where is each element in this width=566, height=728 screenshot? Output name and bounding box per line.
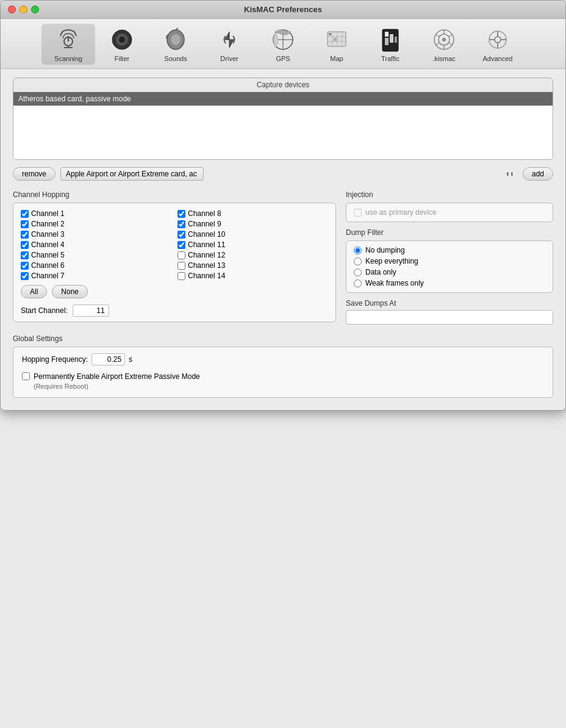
radio-data-only[interactable]: Data only [354,268,545,276]
channel-8-item[interactable]: Channel 8 [177,209,328,218]
tab-scanning[interactable]: Scanning [41,24,95,65]
channel-hopping-box: Channel 1 Channel 8 Channel 2 [13,203,336,322]
channel-1-label: Channel 1 [31,209,65,218]
channel-14-item[interactable]: Channel 14 [177,272,328,280]
radio-no-dumping-input[interactable] [354,247,362,254]
channel-8-label: Channel 8 [188,209,221,218]
gps-icon [270,26,296,53]
map-icon [323,26,350,53]
capture-devices-header: Capture devices [13,78,553,92]
passive-mode-sub: (Requires Reboot) [34,382,200,391]
channel-14-label: Channel 14 [188,272,225,280]
radio-keep-everything-input[interactable] [354,258,362,265]
svg-rect-25 [385,38,389,45]
svg-point-8 [171,34,181,45]
svg-line-9 [176,28,178,30]
channel-9-item[interactable]: Channel 9 [177,220,328,228]
channel-14-checkbox[interactable] [177,272,185,280]
channel-4-checkbox[interactable] [21,241,29,249]
channel-13-checkbox[interactable] [177,262,185,270]
capture-device-row[interactable]: Atheros based card, passive mode [13,92,553,106]
tab-advanced[interactable]: Advanced [471,24,525,65]
svg-line-31 [449,43,453,45]
advanced-icon [484,26,511,53]
channel-12-checkbox[interactable] [177,251,185,259]
tab-gps[interactable]: GPS [256,24,310,65]
svg-rect-20 [334,38,337,41]
channel-10-checkbox[interactable] [177,231,185,239]
radio-weak-frames-input[interactable] [354,279,362,287]
dump-filter-label: Dump Filter [346,228,553,237]
radio-keep-everything[interactable]: Keep everything [354,257,545,265]
device-select[interactable]: Apple Airport or Airport Extreme card, a… [60,167,204,181]
passive-mode-label: Permanently Enable Airport Extreme Passi… [34,372,200,382]
radio-no-dumping-label: No dumping [365,246,405,254]
svg-rect-19 [329,33,331,35]
channel-2-checkbox[interactable] [21,220,29,228]
channel-7-item[interactable]: Channel 7 [21,272,171,280]
window-title: KisMAC Preferences [244,5,322,14]
channel-9-label: Channel 9 [188,220,221,228]
channel-11-checkbox[interactable] [177,241,185,249]
channel-8-checkbox[interactable] [177,210,185,218]
tab-sounds[interactable]: Sounds [149,24,202,65]
channel-1-item[interactable]: Channel 1 [21,209,171,218]
remove-button[interactable]: remove [13,167,56,181]
hopping-frequency-unit: s [129,355,132,364]
close-button[interactable] [8,5,16,13]
hopping-frequency-label: Hopping Frequency: [22,355,88,364]
tab-kismac[interactable]: .kismac [417,24,471,65]
channel-hopping-section: Channel Hopping Channel 1 Channel 8 [13,190,336,325]
channel-2-item[interactable]: Channel 2 [21,220,171,228]
tab-driver[interactable]: Driver [202,24,256,65]
channel-2-label: Channel 2 [31,220,65,228]
channel-6-checkbox[interactable] [21,262,29,270]
maximize-button[interactable] [31,5,39,13]
use-primary-row[interactable]: use as primary device [354,208,545,217]
tab-filter[interactable]: Filter [95,24,149,65]
tab-gps-label: GPS [276,55,290,62]
save-dumps-input[interactable]: /Dumplogs/data.pcap [346,310,553,325]
add-button[interactable]: add [523,167,553,181]
channel-hopping-label: Channel Hopping [13,190,336,199]
channel-9-checkbox[interactable] [177,220,185,228]
channel-7-label: Channel 7 [31,272,65,280]
channel-11-item[interactable]: Channel 11 [177,240,328,249]
svg-point-6 [119,37,125,43]
tab-kismac-label: .kismac [432,55,455,62]
passive-mode-checkbox[interactable] [22,372,30,380]
radio-no-dumping[interactable]: No dumping [354,246,545,254]
all-channels-button[interactable]: All [21,285,47,298]
channel-4-label: Channel 4 [31,240,65,249]
tab-driver-label: Driver [220,55,238,62]
channel-13-label: Channel 13 [188,261,225,270]
channel-3-checkbox[interactable] [21,231,29,239]
radio-data-only-input[interactable] [354,268,362,276]
minimize-button[interactable] [20,5,27,13]
radio-weak-frames-label: Weak frames only [365,279,424,287]
window-controls [8,5,39,13]
channel-6-item[interactable]: Channel 6 [21,261,171,270]
channel-4-item[interactable]: Channel 4 [21,240,171,249]
none-channels-button[interactable]: None [52,285,88,298]
channel-5-checkbox[interactable] [21,251,29,259]
content-area: Capture devices Atheros based card, pass… [1,69,565,410]
hopping-frequency-input[interactable]: 0.25 [91,353,125,366]
channel-13-item[interactable]: Channel 13 [177,261,328,270]
channel-7-checkbox[interactable] [21,272,29,280]
channel-12-item[interactable]: Channel 12 [177,251,328,259]
channel-3-label: Channel 3 [31,230,65,239]
channel-3-item[interactable]: Channel 3 [21,230,171,239]
svg-rect-22 [385,32,389,37]
channel-5-item[interactable]: Channel 5 [21,251,171,259]
use-primary-checkbox[interactable] [354,209,362,217]
channel-1-checkbox[interactable] [21,210,29,218]
tab-traffic[interactable]: Traffic [364,24,417,65]
radio-weak-frames[interactable]: Weak frames only [354,279,545,287]
tab-map[interactable]: Map [310,24,364,65]
channel-10-item[interactable]: Channel 10 [177,230,328,239]
start-channel-label: Start Channel: [21,306,68,315]
passive-mode-row[interactable]: Permanently Enable Airport Extreme Passi… [22,372,544,391]
radio-data-only-label: Data only [365,268,396,276]
start-channel-input[interactable]: 11 [73,305,109,317]
